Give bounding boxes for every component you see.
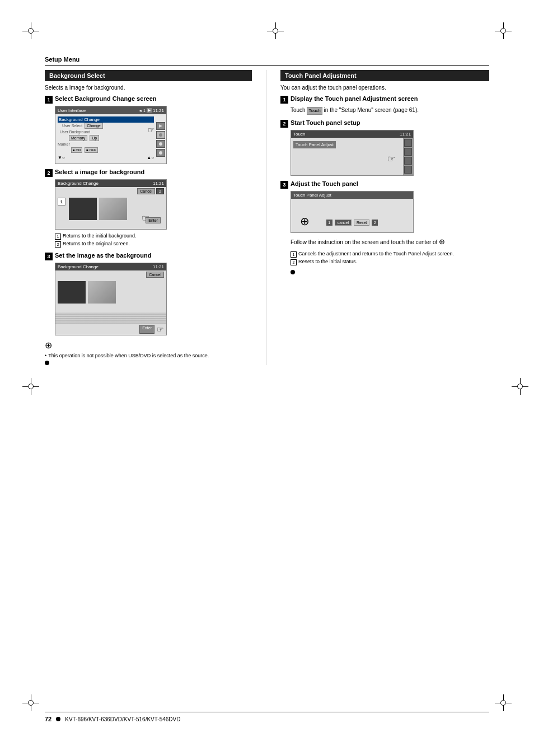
touch-cursor-step2r: ☞: [387, 153, 395, 164]
right-step-2-title: Start Touch panel setup: [291, 119, 360, 126]
crosshair-inline: ⊕: [439, 237, 445, 246]
footer-page: 72: [45, 716, 51, 722]
right-column: Touch Panel Adjustment You can adjust th…: [280, 70, 489, 365]
bg-thumb-light-3: [88, 281, 116, 304]
adjust-num-box-2: 2: [372, 220, 378, 226]
left-step-2: 2 Select a image for background Backgrou…: [45, 169, 252, 248]
menu-row-user-select: User Select Change: [58, 123, 154, 129]
right-step-3-title: Adjust the Touch panel: [291, 180, 358, 187]
right-step-3-content: Touch Panel Adjust ⊕ 1 cancel Reset 2: [280, 191, 489, 274]
crosshair-icon: ⊕: [300, 214, 310, 228]
right-panel-title: Touch Panel Adjustment: [280, 70, 489, 81]
menu-row-memory: Memory Up: [58, 135, 154, 141]
screen-1-nav-btns: [156, 122, 165, 157]
left-step-3-content: Background Change 11:21 Cancel: [45, 263, 252, 335]
screen-1-topbar: User Interface ◄ 1 ▶ 11:21: [55, 106, 166, 114]
touch-screen-2-body: Touch Panel Adjust ☞: [291, 138, 413, 175]
menu-item-bg-change: Background Change: [58, 116, 154, 123]
step2-notes: 1 Returns to the initial background. 2 R…: [55, 233, 252, 248]
footer-model: KVT-696/KVT-636DVD/KVT-516/KVT-546DVD: [65, 716, 180, 722]
footer: 72 KVT-696/KVT-636DVD/KVT-516/KVT-546DVD: [45, 712, 489, 722]
touch-screen-2-inner: Touch Panel Adjust ☞: [291, 138, 403, 175]
step3-notes: 1 Cancels the adjustment and returns to …: [291, 251, 489, 265]
enter-area-3: Enter ☞: [55, 324, 166, 335]
right-step-1-title: Display the Touch panel Adjustment scree…: [291, 95, 418, 102]
right-step-1-num: 1: [280, 96, 288, 104]
left-step-1: 1 Select Background Change screen User I…: [45, 95, 252, 164]
screen-mockup-1: User Interface ◄ 1 ▶ 11:21 Background Ch…: [55, 106, 167, 164]
touch-screen-2: Touch 11:21 Touch Panel Adjust ☞: [291, 130, 414, 176]
bullet-dot-right: [291, 270, 295, 274]
left-panel-title: Background Select: [45, 70, 252, 81]
svg-point-1: [159, 142, 162, 146]
right-step-1-text: Touch Touch in the "Setup Menu" screen (…: [291, 106, 489, 115]
left-step-3-header: 3 Set the image as the background: [45, 252, 252, 260]
adjust-screen: Touch Panel Adjust ⊕ 1 cancel Reset 2: [291, 191, 414, 233]
column-divider: [266, 70, 266, 365]
left-column: Background Select Selects a image for ba…: [45, 70, 252, 365]
screen-1-inner: Background Change User Select Change Use…: [55, 114, 166, 164]
adjust-num-box: 1: [326, 220, 332, 226]
menu-row-user-bg: User Background: [58, 130, 154, 134]
left-step-2-content: Background Change 11:21 Cancel 2 1: [45, 179, 252, 248]
bg-screen-2: Background Change 11:21 Cancel 2 1: [55, 179, 167, 230]
bullet-dot: [45, 361, 49, 365]
right-step-3-header: 3 Adjust the Touch panel: [280, 180, 489, 189]
right-step-2-header: 2 Start Touch panel setup: [280, 119, 489, 128]
reg-mark-br: [495, 694, 512, 711]
left-step-3: 3 Set the image as the background Backgr…: [45, 252, 252, 335]
main-columns: Background Select Selects a image for ba…: [45, 70, 489, 365]
warning-section: ⊕ • This operation is not possible when …: [45, 340, 252, 365]
touch-screen-2-header: Touch 11:21: [291, 130, 413, 138]
svg-point-0: [159, 133, 162, 137]
left-step-1-title: Select Background Change screen: [55, 95, 157, 102]
adjust-reset-btn[interactable]: Reset: [354, 220, 369, 226]
adjust-cancel-btn[interactable]: cancel: [335, 220, 352, 226]
step3-note-1: 1 Cancels the adjustment and returns to …: [291, 251, 489, 258]
enter-btn-3: Enter: [139, 325, 154, 334]
note-item-2: 2 Returns to the original screen.: [55, 241, 252, 248]
left-step-1-content: User Interface ◄ 1 ▶ 11:21 Background Ch…: [45, 106, 252, 164]
left-step-3-title: Set the image as the background: [55, 252, 151, 259]
bg-screen-3: Background Change 11:21 Cancel: [55, 263, 167, 335]
right-step-2-num: 2: [280, 120, 288, 128]
cancel-bar-3: Cancel: [55, 270, 166, 279]
reg-mark-tr: [495, 22, 512, 39]
touch-label: Touch: [307, 107, 322, 115]
right-step-2-content: Touch 11:21 Touch Panel Adjust ☞: [280, 130, 489, 176]
step3-follow-text: Follow the instruction on the screen and…: [291, 236, 489, 248]
touch-cursor-3: ☞: [157, 325, 164, 334]
warning-text: This operation is not possible when USB/…: [48, 353, 209, 358]
bg-thumb-light: [99, 198, 127, 220]
right-step-3-num: 3: [280, 181, 288, 189]
touch-cursor-1: ☞: [148, 125, 155, 134]
page-content: Setup Menu Background Select Selects a i…: [45, 56, 489, 700]
bg-screen-2-header: Background Change 11:21: [55, 180, 166, 187]
thumb-1-num: 1: [58, 198, 65, 206]
bg-screen-2-body: 1 ☞ Enter: [55, 195, 166, 229]
left-step-2-num: 2: [45, 169, 53, 177]
step3-note-2: 2 Resets to the initial status.: [291, 259, 489, 265]
bg-thumbnails-3: [58, 281, 164, 310]
menu-row-on-off: ■ ON ■ OFF: [58, 147, 154, 153]
warning-text-row: • This operation is not possible when US…: [45, 353, 252, 358]
right-panel-desc: You can adjust the touch panel operation…: [280, 85, 489, 91]
cancel-btn-3: Cancel: [146, 272, 164, 278]
footer-dot: [56, 717, 60, 721]
screen-1-bottom-btns: ▼○ ▲○: [58, 154, 154, 161]
left-step-3-num: 3: [45, 253, 53, 260]
cancel-btn-2: Cancel: [137, 188, 155, 194]
right-step-1-header: 1 Display the Touch panel Adjustment scr…: [280, 95, 489, 104]
adjust-btn-row: 1 cancel Reset 2: [326, 220, 378, 226]
left-panel-desc: Selects a image for background.: [45, 85, 252, 91]
right-step-1: 1 Display the Touch panel Adjustment scr…: [280, 95, 489, 115]
left-step-1-num: 1: [45, 96, 53, 104]
touch-screen-sidebar: [403, 138, 413, 175]
touch-screen-2-area: ☞: [293, 151, 401, 173]
reg-mark-bl: [22, 694, 39, 711]
bg-screen-3-body: [55, 279, 166, 312]
section-title: Setup Menu: [45, 56, 79, 63]
menu-row-marker: Marker: [58, 142, 154, 146]
adjust-screen-header: Touch Panel Adjust: [291, 192, 413, 199]
touch-panel-adjust-menu: Touch Panel Adjust: [293, 141, 336, 148]
